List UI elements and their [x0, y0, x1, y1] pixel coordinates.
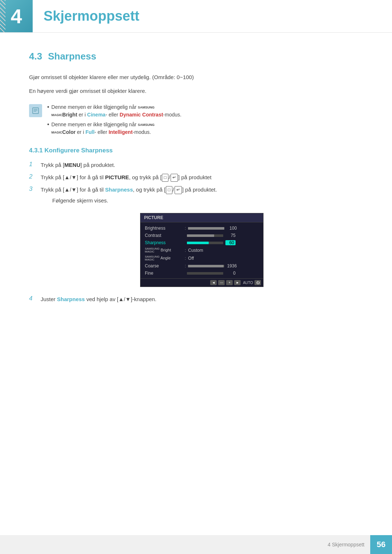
- osd-bar-fill-coarse: [188, 265, 224, 267]
- subsection-title: Konfigurere Sharpness: [45, 147, 113, 154]
- steps-list: 1 Trykk på [MENU] på produktet. 2 Trykk …: [29, 161, 363, 205]
- step-1: 1 Trykk på [MENU] på produktet.: [29, 161, 363, 169]
- osd-label-contrast: Contrast: [145, 233, 185, 238]
- osd-label-magic-bright: SAMSUNGMAGIC Bright: [145, 247, 185, 253]
- description-2: En høyere verdi gjør omrisset til objekt…: [29, 87, 363, 95]
- svg-rect-0: [33, 108, 38, 114]
- step-3-subtext: Følgende skjerm vises.: [52, 196, 217, 205]
- subsection-heading: 4.3.1 Konfigurere Sharpness: [29, 147, 363, 154]
- osd-bar-bg-contrast: [187, 234, 223, 237]
- osd-header: PICTURE: [140, 213, 263, 222]
- osd-bar-bg-sharpness: [187, 242, 223, 244]
- osd-row-magic-angle: SAMSUNGMAGIC Angle : Off: [142, 254, 262, 262]
- note-line-2: • Denne menyen er ikke tilgjengelig når …: [47, 121, 181, 136]
- step-text-3: Trykk på [▲/▼] for å gå til Sharpness, o…: [41, 185, 217, 205]
- osd-bar-sharpness: 60: [187, 240, 259, 245]
- step-3: 3 Trykk på [▲/▼] for å gå til Sharpness,…: [29, 185, 363, 205]
- osd-colon-magic-bright: :: [185, 248, 186, 253]
- osd-row-magic-bright: SAMSUNGMAGIC Bright : Custom: [142, 246, 262, 254]
- osd-btn-right[interactable]: ►: [234, 280, 241, 285]
- note-lines: • Denne menyen er ikke tilgjengelig når …: [47, 103, 181, 136]
- bullet-1: •: [47, 103, 49, 111]
- osd-label-brightness: Brightness: [145, 226, 185, 231]
- note-icon-inner: [29, 104, 42, 117]
- chapter-title: Skjermoppsett: [44, 8, 139, 24]
- osd-bar-fill-sharpness: [187, 242, 209, 244]
- section-title: Sharpness: [48, 51, 96, 62]
- osd-body: Brightness : 100 Contrast: [140, 222, 263, 278]
- osd-label-coarse: Coarse: [145, 263, 185, 268]
- step-4: 4 Juster Sharpness ved hjelp av [▲/▼]-kn…: [29, 295, 363, 304]
- page-header: 4 Skjermoppsett: [0, 0, 392, 33]
- section-heading: 4.3 Sharpness: [29, 51, 363, 62]
- osd-value-coarse: 1936: [226, 263, 237, 268]
- note-text-1: Denne menyen er ikke tilgjengelig når SA…: [52, 103, 181, 119]
- step-text-1: Trykk på [MENU] på produktet.: [41, 161, 115, 169]
- subsection-number: 4.3.1: [29, 147, 43, 154]
- osd-colon-magic-angle: :: [185, 256, 186, 261]
- step-text-4: Juster Sharpness ved hjelp av [▲/▼]-knap…: [41, 295, 156, 304]
- osd-row-coarse: Coarse : 1936: [142, 262, 262, 270]
- header-stripe-decoration: [0, 0, 5, 33]
- step-num-4: 4: [29, 295, 36, 302]
- osd-row-brightness: Brightness : 100: [142, 225, 262, 232]
- step-num-1: 1: [29, 161, 36, 168]
- osd-bar-bg-brightness: [188, 227, 224, 230]
- osd-colon-coarse: :: [185, 263, 186, 268]
- page-footer: 4 Skjermoppsett 56: [0, 535, 392, 554]
- osd-val-magic-angle: Off: [188, 256, 194, 261]
- note-box: • Denne menyen er ikke tilgjengelig når …: [29, 103, 363, 136]
- osd-footer: ◄ — + ► AUTO ⏻: [140, 278, 263, 287]
- step-num-2: 2: [29, 173, 36, 180]
- chapter-number: 4: [11, 6, 22, 26]
- osd-bar-bg-coarse: [188, 265, 224, 267]
- bullet-2: •: [47, 121, 49, 128]
- chapter-title-area: Skjermoppsett: [33, 0, 139, 32]
- osd-value-fine: 0: [225, 271, 236, 276]
- footer-section-text: 4 Skjermoppsett: [328, 542, 370, 547]
- osd-row-contrast: Contrast 75: [142, 232, 262, 239]
- osd-value-sharpness: 60: [225, 240, 236, 245]
- main-content: 4.3 Sharpness Gjør omrisset til objekter…: [0, 33, 392, 344]
- section-number: 4.3: [29, 51, 42, 62]
- osd-btn-minus[interactable]: —: [218, 280, 225, 285]
- footer-page-number: 56: [370, 535, 392, 554]
- osd-bar-contrast: 75: [187, 233, 259, 238]
- osd-row-fine: Fine 0: [142, 270, 262, 277]
- osd-bar-bg-fine: [187, 272, 223, 275]
- step-num-3: 3: [29, 185, 36, 193]
- osd-label-fine: Fine: [145, 271, 185, 276]
- osd-bar-brightness: 100: [188, 226, 259, 231]
- note-icon: [29, 104, 42, 117]
- osd-bar-fill-brightness: [188, 227, 224, 230]
- note-text-2: Denne menyen er ikke tilgjengelig når SA…: [52, 121, 155, 136]
- osd-val-magic-bright: Custom: [188, 248, 203, 253]
- step-2: 2 Trykk på [▲/▼] for å gå til PICTURE, o…: [29, 173, 363, 182]
- note-line-1: • Denne menyen er ikke tilgjengelig når …: [47, 103, 181, 119]
- osd-btn-power[interactable]: ⏻: [254, 280, 261, 285]
- osd-bar-fill-contrast: [187, 234, 214, 237]
- osd-screenshot-container: PICTURE Brightness : 100 Contrast: [41, 213, 363, 287]
- step-text-2: Trykk på [▲/▼] for å gå til PICTURE, og …: [41, 173, 212, 182]
- osd-colon-brightness: :: [185, 226, 186, 231]
- osd-bar-coarse: 1936: [188, 263, 259, 268]
- osd-row-sharpness: Sharpness 60: [142, 239, 262, 246]
- osd-auto-label: AUTO: [243, 281, 253, 285]
- osd-bar-fine: 0: [187, 271, 259, 276]
- osd-value-brightness: 100: [226, 226, 237, 231]
- osd-btn-plus[interactable]: +: [226, 280, 233, 285]
- osd-label-magic-angle: SAMSUNGMAGIC Angle: [145, 255, 185, 261]
- osd-box: PICTURE Brightness : 100 Contrast: [140, 213, 264, 287]
- osd-btn-left[interactable]: ◄: [210, 280, 217, 285]
- steps-list-2: 4 Juster Sharpness ved hjelp av [▲/▼]-kn…: [29, 295, 363, 304]
- osd-value-contrast: 75: [225, 233, 236, 238]
- description-1: Gjør omrisset til objekter klarere eller…: [29, 73, 363, 82]
- osd-label-sharpness: Sharpness: [145, 240, 185, 245]
